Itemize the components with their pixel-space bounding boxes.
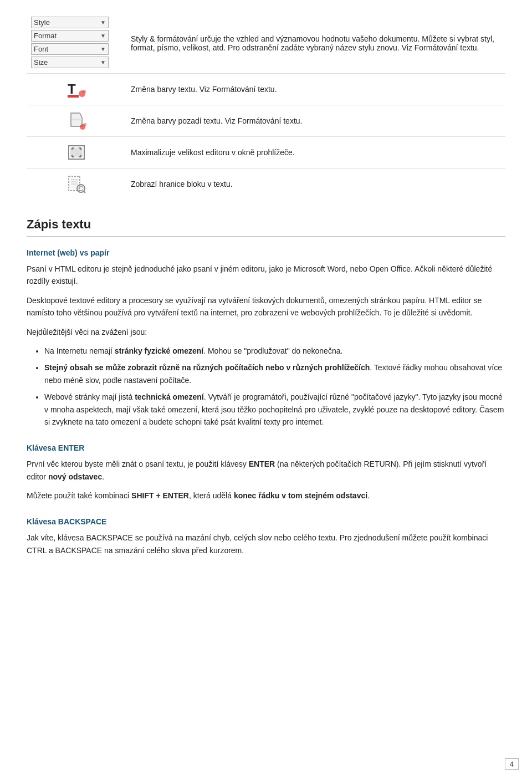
font-dropdown-label: Font: [34, 45, 48, 53]
size-dropdown-arrow: ▼: [100, 59, 106, 65]
svg-point-7: [83, 123, 86, 126]
klavesa-enter-paragraph-1: První věc kterou byste měli znát o psaní…: [27, 458, 505, 483]
toolbar-row-2-description: Změna barvy textu. Viz Formátování textu…: [126, 74, 505, 105]
format-dropdown[interactable]: Format ▼: [31, 30, 109, 42]
style-dropdown-label: Style: [34, 18, 50, 27]
maximize-icon-area: [31, 140, 122, 165]
klavesa-enter-paragraph-2: Můžete použít také kombinaci SHIFT + ENT…: [27, 489, 505, 502]
bullet-item-1: Na Internetu nemají stránky fyzické omez…: [44, 345, 505, 357]
toolbar-row-bg-color: Změna barvy pozadí textu. Viz Formátován…: [27, 105, 505, 137]
paragraph-2: Desktopové textové editory a procesory s…: [27, 294, 505, 319]
toolbar-row-4-description: Maximalizuje velikost editoru v okně pro…: [126, 137, 505, 169]
bg-color-icon-area: [31, 109, 122, 133]
subsection-title-internet: Internet (web) vs papír: [27, 248, 505, 257]
toolbar-row-maximize: Maximalizuje velikost editoru v okně pro…: [27, 137, 505, 169]
klavesa-backspace-title: Klávesa BACKSPACE: [27, 517, 505, 526]
toolbar-row-3-description: Změna barvy pozadí textu. Viz Formátován…: [126, 105, 505, 137]
style-dropdown-arrow: ▼: [100, 19, 106, 25]
dropdown-group: Style ▼ Format ▼ Font ▼ Size ▼: [31, 17, 122, 70]
paragraph-3: Nejdůležitější věci na zvážení jsou:: [27, 326, 505, 338]
toolbar-row-dropdowns: Style ▼ Format ▼ Font ▼ Size ▼: [27, 13, 505, 74]
block-icon: [66, 174, 86, 194]
svg-rect-1: [68, 95, 79, 98]
bullet-list: Na Internetu nemají stránky fyzické omez…: [44, 345, 505, 428]
toolbar-row-block: Zobrazí hranice bloku v textu.: [27, 169, 505, 200]
toolbar-dropdowns-cell: Style ▼ Format ▼ Font ▼ Size ▼: [27, 13, 126, 74]
svg-point-3: [83, 90, 86, 93]
klavesa-enter-title: Klávesa ENTER: [27, 443, 505, 452]
font-dropdown-arrow: ▼: [100, 46, 106, 52]
toolbar-row-1-description: Styly & formátování určuje the vzhled an…: [126, 13, 505, 74]
svg-rect-5: [72, 119, 80, 120]
text-color-icon-area: T: [31, 77, 122, 101]
bold-text-1: stránky fyzické omezení: [115, 346, 203, 355]
bullet-item-3: Webové stránky mají jistá technická omez…: [44, 391, 505, 428]
size-dropdown[interactable]: Size ▼: [31, 57, 109, 68]
paragraph-1: Psaní v HTML editoru je stejně jednoduch…: [27, 263, 505, 288]
svg-text:T: T: [68, 81, 76, 96]
enter-bold-2: nový odstavec: [48, 472, 102, 481]
text-color-icon-cell: T: [27, 74, 126, 105]
toolbar-row-text-color: T Změna barvy textu. Viz Formátování tex…: [27, 74, 505, 105]
style-dropdown[interactable]: Style ▼: [31, 17, 109, 28]
bullet-item-2: Stejný obsah se může zobrazit různě na r…: [44, 361, 505, 386]
bold-text-3: technická omezení: [135, 392, 204, 401]
bg-color-icon: [66, 111, 86, 131]
format-dropdown-arrow: ▼: [100, 33, 106, 39]
shift-enter-bold: SHIFT + ENTER: [131, 491, 189, 500]
svg-rect-18: [69, 176, 80, 191]
format-dropdown-label: Format: [34, 32, 57, 40]
bg-color-icon-cell: [27, 105, 126, 137]
maximize-icon: [66, 142, 86, 162]
block-icon-area: [31, 172, 122, 196]
size-dropdown-label: Size: [34, 58, 48, 67]
toolbar-table: Style ▼ Format ▼ Font ▼ Size ▼: [27, 13, 505, 200]
text-color-icon: T: [66, 79, 86, 99]
font-dropdown[interactable]: Font ▼: [31, 43, 109, 55]
page-number: 4: [505, 758, 519, 770]
konec-radku-bold: konec řádku v tom stejném odstavci: [234, 491, 367, 500]
section-title: Zápis textu: [27, 217, 505, 237]
block-icon-cell: [27, 169, 126, 200]
bold-text-2: Stejný obsah se může zobrazit různě na r…: [44, 363, 370, 372]
klavesa-backspace-paragraph: Jak víte, klávesa BACKSPACE se používá n…: [27, 532, 505, 557]
toolbar-row-5-description: Zobrazí hranice bloku v textu.: [126, 169, 505, 200]
maximize-icon-cell: [27, 137, 126, 169]
enter-bold-1: ENTER: [249, 460, 275, 468]
svg-line-24: [84, 191, 85, 193]
